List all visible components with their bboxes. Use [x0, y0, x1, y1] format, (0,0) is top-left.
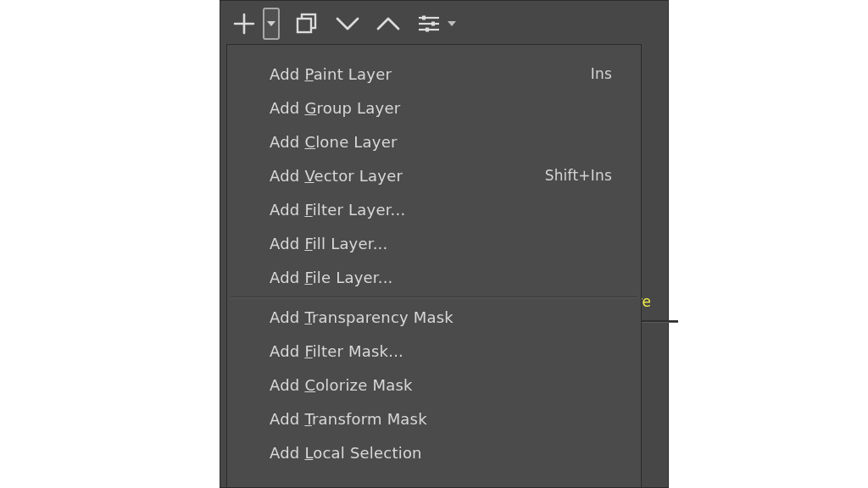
layer-properties-dropdown[interactable] — [448, 20, 456, 27]
menu-item-label: Add Colorize Mask — [270, 376, 413, 394]
menu-item-label: Add Paint Layer — [270, 65, 392, 83]
menu-item[interactable]: Add Filter Layer... — [227, 192, 641, 226]
move-layer-up-button[interactable] — [375, 10, 402, 37]
menu-item-label: Add Transform Mask — [270, 410, 427, 428]
menu-item[interactable]: Add Vector LayerShift+Ins — [227, 158, 641, 192]
menu-item[interactable]: Add Paint LayerIns — [227, 57, 641, 91]
menu-item[interactable]: Add Group Layer — [227, 91, 641, 125]
menu-item-label: Add Local Selection — [270, 444, 422, 462]
menu-item[interactable]: Add Transform Mask — [227, 402, 641, 435]
menu-item[interactable]: Add Transparency Mask — [227, 300, 641, 334]
svg-rect-6 — [431, 22, 435, 26]
add-layer-button[interactable] — [231, 10, 258, 37]
chevron-up-large-icon — [376, 15, 401, 32]
menu-item-label: Add Vector Layer — [270, 167, 403, 185]
menu-item-label: Add Transparency Mask — [270, 308, 453, 326]
menu-item[interactable]: Add Local Selection — [227, 435, 641, 469]
menu-item-label: Add Filter Mask... — [270, 342, 403, 360]
duplicate-layer-button[interactable] — [293, 10, 320, 37]
menu-item-label: Add Group Layer — [270, 99, 400, 117]
svg-rect-1 — [298, 19, 311, 32]
add-layer-dropdown[interactable] — [263, 8, 280, 40]
svg-rect-7 — [426, 28, 429, 32]
menu-item-label: Add Filter Layer... — [270, 201, 405, 219]
menu-item[interactable]: Add File Layer... — [227, 260, 641, 294]
menu-item[interactable]: Add Filter Mask... — [227, 334, 641, 368]
menu-item[interactable]: Add Fill Layer... — [227, 226, 641, 260]
menu-item[interactable]: Add Clone Layer — [227, 125, 641, 158]
plus-icon — [233, 13, 255, 35]
menu-item-label: Add Fill Layer... — [270, 235, 387, 252]
chevron-down-icon — [267, 20, 275, 27]
menu-item-shortcut: Ins — [591, 65, 612, 82]
chevron-down-small-icon — [448, 20, 456, 27]
menu-separator — [231, 297, 637, 297]
move-layer-down-button[interactable] — [334, 10, 361, 37]
sliders-icon — [417, 14, 441, 34]
layers-toolbar — [231, 4, 658, 43]
add-layer-menu: Add Paint LayerInsAdd Group LayerAdd Clo… — [226, 44, 642, 488]
layer-properties-button[interactable] — [415, 10, 442, 37]
svg-rect-5 — [422, 16, 426, 20]
chevron-down-large-icon — [335, 15, 360, 32]
duplicate-layer-icon — [295, 12, 319, 36]
menu-item-label: Add File Layer... — [270, 269, 393, 286]
menu-item[interactable]: Add Colorize Mask — [227, 368, 641, 402]
menu-item-shortcut: Shift+Ins — [545, 167, 612, 184]
menu-item-label: Add Clone Layer — [270, 133, 398, 151]
